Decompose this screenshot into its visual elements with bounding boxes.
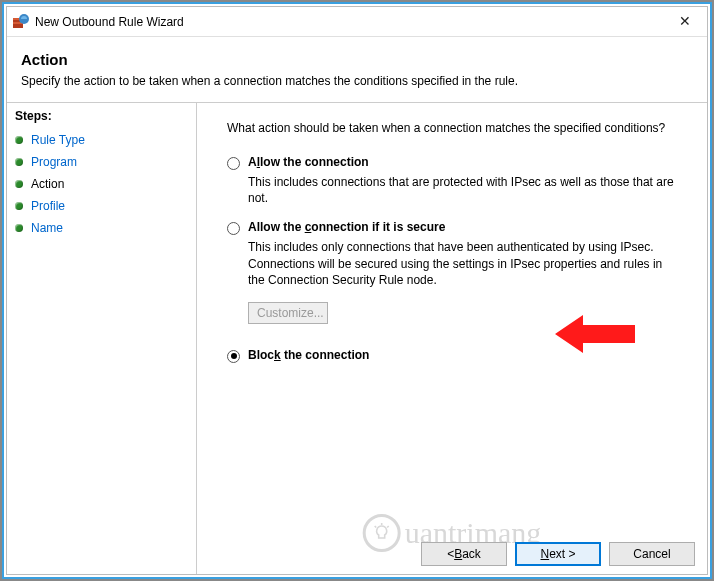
bulb-icon	[363, 514, 401, 552]
svg-marker-4	[555, 315, 635, 353]
window-title: New Outbound Rule Wizard	[35, 15, 184, 29]
cancel-button[interactable]: Cancel	[609, 542, 695, 566]
bullet-icon	[15, 224, 23, 232]
step-rule-type[interactable]: Rule Type	[15, 129, 188, 151]
option-allow-label: Allow the connection	[248, 155, 369, 169]
option-allow[interactable]: Allow the connection	[227, 155, 687, 170]
wizard-buttons: < Back Next > Cancel	[421, 542, 695, 566]
customize-button: Customize...	[248, 302, 328, 324]
bullet-icon	[15, 136, 23, 144]
next-button[interactable]: Next >	[515, 542, 601, 566]
annotation-arrow	[555, 313, 635, 355]
radio-allow[interactable]	[227, 157, 240, 170]
close-button[interactable]: ✕	[663, 7, 707, 35]
close-icon: ✕	[679, 13, 691, 29]
option-allow-secure[interactable]: Allow the connection if it is secure	[227, 220, 687, 235]
step-program[interactable]: Program	[15, 151, 188, 173]
titlebar[interactable]: New Outbound Rule Wizard ✕	[7, 7, 707, 37]
bullet-icon	[15, 158, 23, 166]
step-label: Profile	[31, 199, 65, 213]
steps-pane: Steps: Rule TypeProgramActionProfileName	[7, 103, 197, 574]
wizard-window: New Outbound Rule Wizard ✕ Action Specif…	[6, 6, 708, 575]
wizard-header: Action Specify the action to be taken wh…	[7, 37, 707, 102]
step-label: Rule Type	[31, 133, 85, 147]
radio-allow-secure[interactable]	[227, 222, 240, 235]
step-action: Action	[15, 173, 188, 195]
radio-block[interactable]	[227, 350, 240, 363]
step-label: Name	[31, 221, 63, 235]
option-allow-desc: This includes connections that are prote…	[248, 174, 678, 206]
step-label: Program	[31, 155, 77, 169]
bullet-icon	[15, 180, 23, 188]
step-profile[interactable]: Profile	[15, 195, 188, 217]
option-allow-secure-desc: This includes only connections that have…	[248, 239, 678, 288]
bullet-icon	[15, 202, 23, 210]
svg-line-7	[387, 526, 389, 528]
steps-heading: Steps:	[15, 109, 188, 123]
svg-line-6	[375, 526, 377, 528]
page-subtitle: Specify the action to be taken when a co…	[21, 74, 693, 88]
action-prompt: What action should be taken when a conne…	[227, 121, 687, 135]
option-block-label: Block the connection	[248, 348, 369, 362]
content-pane: What action should be taken when a conne…	[197, 103, 707, 574]
back-button[interactable]: < Back	[421, 542, 507, 566]
option-allow-secure-label: Allow the connection if it is secure	[248, 220, 445, 234]
step-name[interactable]: Name	[15, 217, 188, 239]
page-title: Action	[21, 51, 693, 68]
firewall-icon	[13, 14, 29, 30]
step-label: Action	[31, 177, 64, 191]
